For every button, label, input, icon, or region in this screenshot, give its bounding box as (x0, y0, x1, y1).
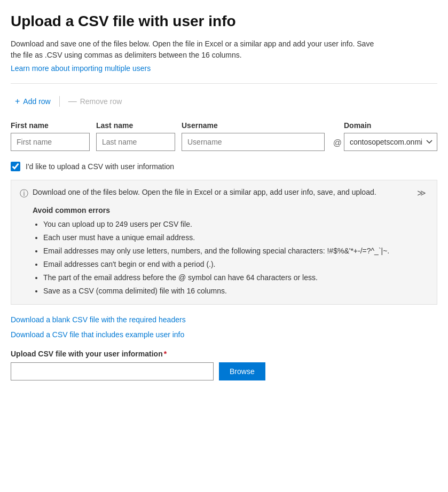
at-symbol: @ (331, 138, 342, 151)
page-title: Upload a CSV file with user info (11, 13, 437, 30)
list-item: Each user must have a unique email addre… (43, 232, 428, 243)
domain-select[interactable]: contosopetscom.onmic... (344, 133, 437, 151)
domain-group: @ Domain contosopetscom.onmic... (331, 121, 437, 151)
divider (11, 83, 437, 84)
remove-row-label: Remove row (80, 97, 122, 106)
username-group: Username (182, 121, 325, 151)
first-name-label: First name (11, 121, 90, 130)
username-input[interactable] (182, 133, 325, 151)
learn-more-link[interactable]: Learn more about importing multiple user… (11, 64, 151, 73)
list-item: Save as a CSV (comma delimited) file wit… (43, 285, 428, 297)
upload-label: Upload CSV file with your user informati… (11, 350, 437, 358)
required-star: * (164, 350, 167, 358)
username-label: Username (182, 121, 325, 130)
toolbar-separator (59, 96, 60, 107)
csv-checkbox-wrapper: I'd like to upload a CSV with user infor… (11, 162, 174, 171)
first-name-input[interactable] (11, 133, 90, 151)
domain-label: Domain (344, 121, 437, 130)
user-form-row: First name Last name Username @ Domain c… (11, 121, 437, 151)
csv-checkbox[interactable] (11, 162, 20, 171)
list-item: Email addresses may only use letters, nu… (43, 245, 428, 257)
csv-checkbox-row: I'd like to upload a CSV with user infor… (11, 162, 437, 171)
list-item: You can upload up to 249 users per CSV f… (43, 219, 428, 230)
upload-label-text: Upload CSV file with your user informati… (11, 350, 163, 358)
last-name-label: Last name (96, 121, 175, 130)
info-box-header: ⓘ Download one of the files below. Open … (20, 188, 428, 200)
list-item: The part of the email address before the… (43, 272, 428, 283)
minus-icon: — (68, 97, 77, 106)
upload-file-input[interactable] (11, 362, 214, 380)
remove-row-button[interactable]: — Remove row (64, 94, 127, 108)
add-row-label: Add row (23, 97, 50, 106)
list-item: Email addresses can't begin or end with … (43, 259, 428, 270)
upload-section: Upload CSV file with your user informati… (11, 350, 437, 380)
domain-select-wrapper: Domain contosopetscom.onmic... (344, 121, 437, 151)
csv-checkbox-label[interactable]: I'd like to upload a CSV with user infor… (26, 162, 174, 171)
avoid-errors-title: Avoid common errors (33, 206, 428, 215)
last-name-group: Last name (96, 121, 175, 151)
info-box-header-left: ⓘ Download one of the files below. Open … (20, 188, 376, 200)
plus-icon: + (15, 97, 20, 106)
info-icon: ⓘ (20, 188, 28, 200)
info-box: ⓘ Download one of the files below. Open … (11, 180, 437, 305)
upload-row: Browse (11, 362, 437, 380)
first-name-group: First name (11, 121, 90, 151)
download-example-csv-link[interactable]: Download a CSV file that includes exampl… (11, 330, 437, 339)
download-blank-csv-link[interactable]: Download a blank CSV file with the requi… (11, 315, 437, 324)
info-header-text: Download one of the files below. Open th… (33, 188, 376, 196)
add-row-button[interactable]: + Add row (11, 94, 55, 108)
browse-button[interactable]: Browse (219, 362, 265, 380)
toolbar: + Add row — Remove row (11, 94, 437, 108)
collapse-button[interactable]: ≫ (415, 188, 428, 198)
description-text: Download and save one of the files below… (11, 38, 384, 61)
last-name-input[interactable] (96, 133, 175, 151)
error-list: You can upload up to 249 users per CSV f… (20, 219, 428, 297)
